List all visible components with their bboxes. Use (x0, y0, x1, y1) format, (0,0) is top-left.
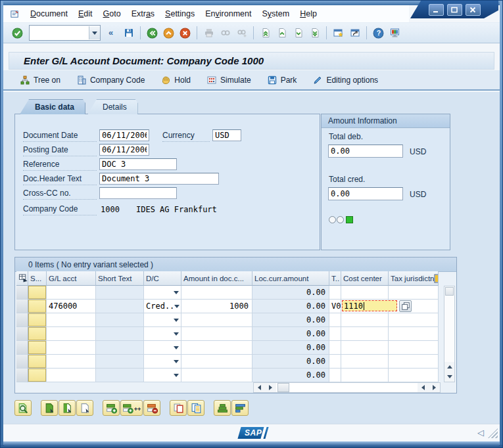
column-header-cost-center[interactable]: Cost center (341, 271, 389, 286)
menu-grip-icon[interactable] (10, 9, 20, 19)
dropdown-arrow-icon[interactable] (174, 374, 179, 377)
table-select-header-cell[interactable] (16, 271, 28, 286)
hold-button[interactable]: Hold (157, 72, 194, 88)
win-minimize-button[interactable] (429, 4, 444, 16)
amount-doc-currency-cell[interactable] (181, 327, 252, 341)
choose-detail-button[interactable] (14, 400, 32, 416)
first-page-button[interactable] (258, 25, 273, 41)
cross-cc-field[interactable] (99, 187, 177, 199)
display-document-button[interactable] (41, 400, 58, 416)
command-input[interactable] (30, 27, 89, 39)
sort-descending-button[interactable] (231, 400, 249, 416)
amount-doc-currency-cell[interactable] (181, 355, 252, 369)
cost-center-input-focused[interactable]: 1110 (342, 300, 397, 311)
tax-jurisdiction-cell[interactable] (389, 286, 439, 300)
row-selector-cell[interactable] (16, 355, 28, 369)
matchcode-button[interactable] (399, 300, 412, 312)
win-maximize-button[interactable] (447, 4, 462, 16)
vertical-scrollbar-thumb[interactable] (445, 287, 454, 296)
tree-on-button[interactable]: Tree on (16, 72, 64, 88)
row-selector-cell[interactable] (16, 327, 28, 341)
menu-goto[interactable]: Goto (103, 9, 121, 18)
help-button[interactable]: ? (371, 25, 386, 41)
debit-credit-cell[interactable]: Cred.. (144, 300, 181, 313)
display-document-partial-button[interactable] (59, 400, 76, 416)
amount-doc-currency-cell[interactable] (181, 286, 252, 300)
cost-center-cell[interactable] (341, 313, 389, 327)
status-cell[interactable] (28, 369, 47, 382)
last-page-button[interactable] (307, 25, 322, 41)
scroll-left-end-button[interactable] (418, 383, 429, 392)
gl-account-cell[interactable] (47, 341, 96, 355)
currency-field[interactable] (212, 129, 241, 141)
create-shortcut-button[interactable] (347, 25, 362, 41)
tax-jurisdiction-cell[interactable] (389, 313, 439, 327)
row-selector-cell[interactable] (16, 369, 28, 382)
park-button[interactable]: Park (264, 72, 300, 88)
customize-layout-button[interactable] (387, 25, 402, 41)
document-date-field[interactable] (99, 129, 149, 141)
insert-rows-button[interactable]: ++ (120, 400, 143, 416)
editing-options-button[interactable]: Editing options (309, 72, 381, 88)
tax-code-cell[interactable] (329, 341, 341, 355)
horizontal-scrollbar[interactable] (253, 382, 441, 393)
display-document-outline-button[interactable] (76, 400, 93, 416)
debit-credit-cell[interactable] (144, 313, 181, 327)
cost-center-cell[interactable] (341, 369, 389, 382)
company-code-button[interactable]: Company Code (73, 72, 148, 88)
column-header-amount-in-doc-c[interactable]: Amount in doc.c... (181, 271, 252, 286)
prev-page-button[interactable] (274, 25, 289, 41)
exit-button[interactable] (161, 25, 176, 41)
simulate-button[interactable]: Simulate (203, 72, 254, 88)
amount-doc-currency-cell[interactable]: 1000 (181, 300, 252, 313)
dropdown-arrow-icon[interactable] (174, 305, 180, 308)
debit-credit-cell[interactable] (144, 341, 181, 355)
total-credit-field[interactable] (328, 187, 403, 200)
status-cell[interactable] (28, 300, 47, 313)
cost-center-cell[interactable] (341, 355, 389, 369)
insert-row-button[interactable] (103, 400, 120, 416)
amount-doc-currency-cell[interactable] (181, 369, 252, 382)
tax-code-cell[interactable] (329, 327, 341, 341)
delete-row-button[interactable] (143, 400, 160, 416)
total-debit-field[interactable] (328, 145, 403, 158)
scroll-right-button[interactable] (265, 383, 276, 392)
reference-field[interactable] (99, 158, 177, 170)
amount-doc-currency-cell[interactable] (181, 313, 252, 327)
column-header-d-c[interactable]: D/C (144, 271, 181, 286)
tax-code-cell[interactable] (329, 369, 341, 382)
vertical-scrollbar[interactable] (444, 286, 455, 382)
menu-document[interactable]: Document (30, 9, 68, 18)
column-header-tax-jurisdictn[interactable]: Tax jurisdictn (389, 271, 439, 286)
row-selector-cell[interactable] (16, 300, 28, 313)
copy-items-button[interactable] (187, 400, 204, 416)
table-config-icon[interactable] (434, 274, 439, 283)
gl-account-cell[interactable]: 476000 (47, 300, 96, 313)
tax-code-cell[interactable] (329, 355, 341, 369)
scroll-left-button[interactable] (254, 383, 265, 392)
dropdown-arrow-icon[interactable] (174, 332, 179, 336)
dropdown-arrow-icon[interactable] (174, 346, 179, 349)
tax-jurisdiction-cell[interactable] (389, 341, 439, 355)
cancel-button[interactable] (178, 25, 193, 41)
row-selector-cell[interactable] (16, 286, 28, 300)
tax-jurisdiction-cell[interactable] (389, 355, 439, 369)
dropdown-arrow-icon[interactable] (174, 291, 179, 294)
menu-environment[interactable]: Environment (205, 9, 251, 18)
dropdown-arrow-icon[interactable] (174, 319, 179, 322)
menu-system[interactable]: System (262, 9, 289, 18)
doc-header-text-field[interactable] (99, 173, 219, 185)
column-header-s[interactable]: S... (28, 271, 47, 286)
cost-center-cell[interactable] (341, 341, 389, 355)
gl-account-cell[interactable] (47, 327, 96, 341)
gl-account-cell[interactable] (47, 355, 96, 369)
win-close-button[interactable] (466, 4, 481, 16)
gl-account-cell[interactable] (47, 286, 96, 300)
menu-settings[interactable]: Settings (165, 9, 195, 18)
posting-date-field[interactable] (99, 144, 149, 156)
row-selector-cell[interactable] (16, 341, 28, 355)
row-selector-cell[interactable] (16, 313, 28, 327)
status-cell[interactable] (28, 355, 47, 369)
status-cell[interactable] (28, 341, 47, 355)
enter-button[interactable] (10, 25, 25, 41)
